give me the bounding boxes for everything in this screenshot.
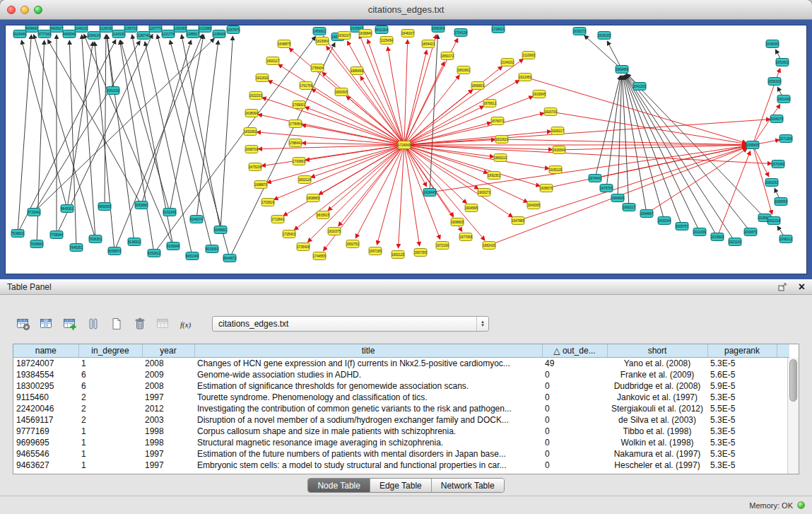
graph-node[interactable]: 2045095 <box>766 40 779 48</box>
graph-node[interactable]: 1979705 <box>600 185 613 192</box>
graph-node[interactable]: 1285817 <box>187 30 199 38</box>
table-row[interactable]: 1938455462009Genome-wide association stu… <box>13 369 789 380</box>
table-row[interactable]: 969969511998Structural magnetic resonanc… <box>13 437 789 448</box>
scrollbar-thumb[interactable] <box>789 359 797 402</box>
graph-node[interactable]: 1957185 <box>369 247 382 255</box>
graph-node[interactable]: 1836846 <box>359 30 372 37</box>
graph-node[interactable]: 1968489 <box>616 66 628 74</box>
graph-node[interactable]: 7639683 <box>30 240 43 248</box>
graph-node[interactable]: 1595835 <box>746 141 759 149</box>
delete-icon[interactable] <box>132 316 148 332</box>
network-selector-dropdown[interactable]: citations_edges.txt▲▼ <box>212 316 489 332</box>
graph-node[interactable]: 1761759 <box>300 82 312 90</box>
close-panel-icon[interactable]: × <box>799 281 805 293</box>
graph-node[interactable]: 1984606 <box>611 194 624 202</box>
graph-node[interactable]: 1128330 <box>100 25 112 33</box>
graph-node[interactable]: 1912450 <box>519 74 531 81</box>
graph-node[interactable]: 8531304 <box>375 26 388 34</box>
graph-node[interactable]: 2076399 <box>772 160 784 168</box>
graph-node[interactable]: 1652082 <box>244 128 257 136</box>
graph-node[interactable]: 1125454 <box>380 37 393 45</box>
graph-node[interactable]: 2110993 <box>522 52 535 59</box>
graph-node[interactable]: 1918445 <box>423 189 436 197</box>
graph-node[interactable]: 7845351 <box>70 244 83 252</box>
graph-node[interactable]: 1713643 <box>271 216 284 223</box>
graph-node[interactable]: 1860172 <box>441 52 454 60</box>
graph-node[interactable]: 1725403 <box>283 230 295 238</box>
graph-node[interactable]: 1962125 <box>392 251 404 259</box>
graph-node[interactable]: 1990217 <box>623 204 635 211</box>
function-icon[interactable]: f(x) <box>179 316 194 332</box>
graph-node[interactable]: 1883210 <box>494 154 507 162</box>
graph-node[interactable]: 1986499 <box>351 67 363 75</box>
graph-node[interactable]: 2015830 <box>711 233 724 241</box>
table-select-icon[interactable] <box>62 316 78 332</box>
graph-node[interactable]: 1994897 <box>640 210 653 218</box>
graph-node[interactable]: 1830107 <box>338 32 351 40</box>
graph-node[interactable]: 1870612 <box>483 100 496 107</box>
column-header-title[interactable]: title <box>194 344 542 357</box>
graph-node[interactable]: 1600117 <box>266 57 279 65</box>
graph-node[interactable]: 8252622 <box>148 250 160 257</box>
graph-node[interactable]: 1548875 <box>278 40 290 48</box>
graph-node[interactable]: 1977058 <box>459 233 472 241</box>
tab-network-table[interactable]: Network Table <box>432 479 504 492</box>
graph-node[interactable]: 1866803 <box>471 82 484 90</box>
graph-node[interactable]: 8533093 <box>206 245 218 253</box>
graph-node[interactable]: 1892351 <box>488 172 500 180</box>
graph-node[interactable]: 1854423 <box>422 40 435 48</box>
graph-node[interactable]: 1704128 <box>454 29 467 37</box>
float-panel-icon[interactable] <box>775 279 790 295</box>
graph-node[interactable]: 1755434 <box>311 64 324 72</box>
graph-node[interactable]: 2005757 <box>676 223 688 230</box>
graph-node[interactable]: 1456911 <box>313 28 326 35</box>
graph-node[interactable]: 1952752 <box>346 240 359 248</box>
graph-node[interactable]: 1143150 <box>112 30 125 38</box>
graph-node[interactable]: 1915645 <box>533 90 546 98</box>
graph-node[interactable]: 9699695 <box>25 25 38 33</box>
citation-network-graph[interactable]: 1724049911546096996959777169946362794655… <box>5 25 807 274</box>
graph-node[interactable]: 2051030 <box>107 87 119 95</box>
table-columns-icon[interactable] <box>39 316 54 332</box>
graph-node[interactable]: 1335436 <box>213 30 225 38</box>
graph-node[interactable]: 1830173 <box>573 28 586 35</box>
graph-node[interactable]: 1926217 <box>551 127 564 135</box>
graph-node[interactable]: 1261065 <box>174 25 187 33</box>
column-header-in_degree[interactable]: in_degree <box>78 344 142 357</box>
graph-node[interactable]: 7758944 <box>50 231 63 239</box>
graph-node[interactable]: 9152246 <box>163 209 176 216</box>
graph-node[interactable]: 1820375 <box>328 228 341 235</box>
network-canvas[interactable]: 1724049911546096996959777169946362794655… <box>0 20 812 279</box>
table-row[interactable]: 911546021997Tourette syndrome. Phenomeno… <box>13 392 789 403</box>
graph-node[interactable]: 9465546 <box>63 30 76 38</box>
graph-node[interactable]: 1207770 <box>149 25 162 33</box>
zoom-window-button[interactable] <box>34 6 42 14</box>
graph-node[interactable]: 1778454 <box>289 120 302 128</box>
graph-node[interactable]: 2066075 <box>770 115 783 123</box>
graph-node[interactable]: 1943095 <box>527 201 540 209</box>
graph-node[interactable]: 1675238 <box>249 163 261 171</box>
graph-node[interactable]: 1622233 <box>249 92 262 100</box>
graph-node[interactable]: 1180740 <box>137 32 150 40</box>
graph-node[interactable]: 2056330 <box>768 78 781 86</box>
graph-node[interactable]: 1930540 <box>553 146 565 154</box>
graph-node[interactable]: 1967355 <box>414 249 427 257</box>
graph-node[interactable]: 1821620 <box>495 136 508 144</box>
graph-node[interactable]: 2000244 <box>658 217 671 225</box>
graph-node[interactable]: 2096212 <box>779 235 792 243</box>
graph-node[interactable]: 9345661 <box>214 226 227 234</box>
window-titlebar[interactable]: citations_edges.txt <box>0 0 812 20</box>
graph-node[interactable]: 9115460 <box>13 30 26 38</box>
graph-node[interactable]: 8950565 <box>98 203 111 211</box>
graph-node[interactable]: 1982430 <box>483 242 495 250</box>
tab-node-table[interactable]: Node Table <box>308 479 370 492</box>
graph-node[interactable]: 1947885 <box>512 217 524 225</box>
graph-node[interactable]: 2081032 <box>765 179 778 187</box>
graph-node[interactable]: 1900273 <box>478 189 490 197</box>
graph-node[interactable]: 1735408 <box>297 243 310 251</box>
table-row[interactable]: 1456911722003Disruption of a novel membe… <box>13 414 789 426</box>
graph-node[interactable]: 1991505 <box>335 88 348 96</box>
graph-node[interactable]: 1728421 <box>492 25 505 33</box>
graph-node[interactable]: 1972190 <box>436 242 449 250</box>
graph-node[interactable]: 1084136 <box>88 32 100 40</box>
